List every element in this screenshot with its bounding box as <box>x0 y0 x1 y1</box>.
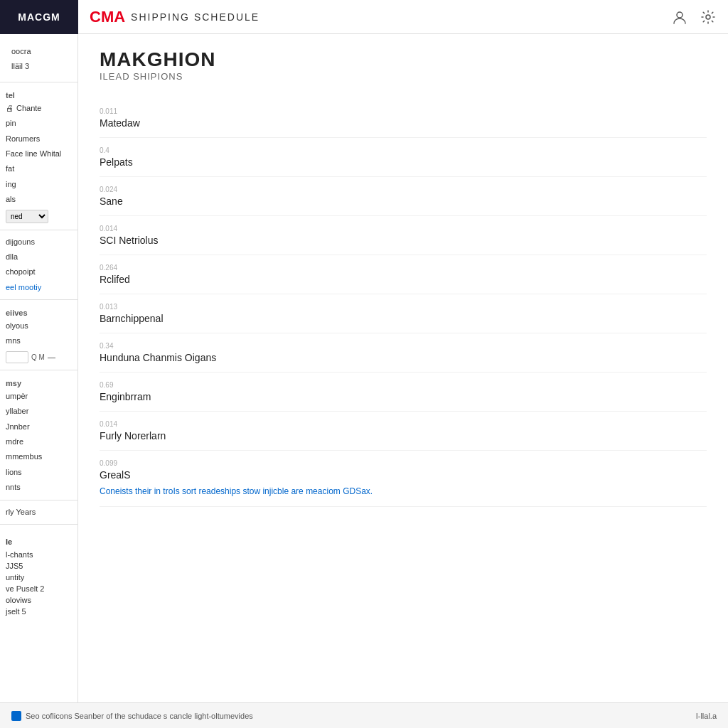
schedule-item-code-4: 0.264 <box>100 264 707 272</box>
schedule-item-name-3: SCI Netriolus <box>100 235 707 246</box>
sidebar-dijgouns[interactable]: dijgouns <box>0 235 77 250</box>
header-icons <box>671 9 717 26</box>
footer-icon <box>11 711 21 721</box>
schedule-item-name-2: Sane <box>100 196 707 207</box>
sidebar-mns[interactable]: mns <box>0 333 77 348</box>
schedule-item-1: 0.4 Pelpats <box>100 138 707 177</box>
sidebar: oocra lläil 3 tel 🖨 Chante pin Rorumers … <box>0 34 78 702</box>
sidebar-llaeil3[interactable]: lläil 3 <box>6 59 72 74</box>
sidebar-jnnber[interactable]: Jnnber <box>0 419 77 434</box>
schedule-item-3: 0.014 SCI Netriolus <box>100 216 707 255</box>
sidebar-divider-2 <box>0 230 77 230</box>
sidebar-nnts[interactable]: nnts <box>0 480 77 495</box>
schedule-item-name-9: GrealS <box>100 469 707 481</box>
schedule-item-8: 0.014 Furly Norerlarn <box>100 412 707 451</box>
schedule-item-code-6: 0.34 <box>100 342 707 350</box>
svg-point-0 <box>677 12 682 18</box>
sidebar-jjs5[interactable]: JJS5 <box>6 560 72 572</box>
schedule-item-name-6: Hunduna Chanmis Oigans <box>100 352 707 363</box>
schedule-item-code-8: 0.014 <box>100 420 707 428</box>
sidebar-input1[interactable] <box>6 351 28 363</box>
schedule-item-name-7: Enginbrram <box>100 391 707 402</box>
footer-text: Seo coflicons Seanber of the schudace s … <box>26 712 253 720</box>
schedule-item-code-5: 0.013 <box>100 303 707 311</box>
schedule-item-code-7: 0.69 <box>100 381 707 389</box>
schedule-item-code-3: 0.014 <box>100 225 707 232</box>
sidebar-oloviws[interactable]: oloviws <box>6 594 72 606</box>
sidebar-bottom: le l-chants JJS5 untity ve Puselt 2 olov… <box>0 529 77 623</box>
sidebar-divider-3 <box>0 299 77 300</box>
sidebar-top: oocra lläil 3 <box>0 41 77 77</box>
sidebar-chante[interactable]: 🖨 Chante <box>0 101 77 116</box>
brand-cma: CMA <box>90 8 125 26</box>
sidebar-fat[interactable]: fat <box>0 161 77 176</box>
footer-right-text: I-llal.a <box>696 712 717 720</box>
schedule-item-name-8: Furly Norerlarn <box>100 430 707 441</box>
sidebar-ve-puselt2[interactable]: ve Puselt 2 <box>6 583 72 594</box>
sidebar-input-row: Q M — <box>0 349 77 365</box>
schedule-item-7: 0.69 Enginbrram <box>100 373 707 412</box>
schedule-item-2: 0.024 Sane <box>100 177 707 216</box>
settings-icon[interactable] <box>700 9 717 26</box>
sidebar-yllaber[interactable]: yllaber <box>0 404 77 419</box>
schedule-item-code-2: 0.024 <box>100 186 707 193</box>
schedule-item-code-0: 0.011 <box>100 107 707 115</box>
sidebar-section3-title: eiives <box>0 304 77 318</box>
sidebar-bottom-title: le <box>6 535 72 549</box>
logo-area: MACGM <box>0 0 78 34</box>
sidebar-jselt5[interactable]: jselt 5 <box>6 606 72 617</box>
profile-icon[interactable] <box>671 9 688 26</box>
sidebar-divider-4 <box>0 370 77 370</box>
page-subtitle: ILEAD SHIPIONS <box>100 71 707 82</box>
sidebar-divider-1 <box>0 82 77 82</box>
sidebar-als[interactable]: als <box>0 192 77 207</box>
sidebar-oocra[interactable]: oocra <box>6 44 72 59</box>
footer: Seo coflicons Seanber of the schudace s … <box>0 702 728 728</box>
sidebar-section4-title: msy <box>0 375 77 389</box>
sidebar-l-chants[interactable]: l-chants <box>6 549 72 560</box>
schedule-list: 0.011 Matedaw 0.4 Pelpats 0.024 Sane 0.0… <box>100 99 707 507</box>
schedule-item-5: 0.013 Barnchippenal <box>100 294 707 333</box>
content-area: MAKGHION ILEAD SHIPIONS 0.011 Matedaw 0.… <box>78 34 728 702</box>
sidebar-rorumers[interactable]: Rorumers <box>0 132 77 146</box>
sidebar-umpèr[interactable]: umpèr <box>0 389 77 404</box>
sidebar-input-label: Q M <box>31 353 45 361</box>
sidebar-ing[interactable]: ing <box>0 177 77 192</box>
schedule-item-name-1: Pelpats <box>100 156 707 168</box>
schedule-item-name-4: Rclifed <box>100 274 707 285</box>
schedule-item-name-0: Matedaw <box>100 117 707 129</box>
schedule-item-code-9: 0.099 <box>100 459 707 467</box>
sidebar-dlla[interactable]: dlla <box>0 250 77 264</box>
sidebar-olyous[interactable]: olyous <box>0 318 77 333</box>
sidebar-more-icon[interactable]: — <box>48 353 55 361</box>
sidebar-chopoipt[interactable]: chopoipt <box>0 264 77 279</box>
schedule-item-0: 0.011 Matedaw <box>100 99 707 138</box>
sidebar-lions[interactable]: lions <box>0 465 77 480</box>
sidebar-rly-years[interactable]: rly Years <box>0 505 77 520</box>
header: MACGM CMA SHIPPING SCHEDULE <box>0 0 728 34</box>
schedule-item-code-1: 0.4 <box>100 146 707 154</box>
sidebar-divider-6 <box>0 524 77 525</box>
sidebar-mdre[interactable]: mdre <box>0 434 77 449</box>
sidebar-section1-title: tel <box>0 87 77 101</box>
sidebar-chante-label: Chante <box>16 103 41 114</box>
sidebar-dropdown[interactable]: ned <box>6 210 48 223</box>
sidebar-untity[interactable]: untity <box>6 572 72 583</box>
printer-icon: 🖨 <box>6 103 14 114</box>
brand-title: SHIPPING SCHEDULE <box>131 11 259 23</box>
svg-point-1 <box>706 15 710 19</box>
header-brand: CMA SHIPPING SCHEDULE <box>90 8 259 26</box>
schedule-item-name-5: Barnchippenal <box>100 313 707 324</box>
sidebar-dropdown-row: ned <box>0 208 77 225</box>
main-layout: oocra lläil 3 tel 🖨 Chante pin Rorumers … <box>0 34 728 702</box>
sidebar-eel-mootiy[interactable]: eel mootiy <box>0 280 77 295</box>
schedule-item-link-9[interactable]: Coneists their in troIs sort readeships … <box>100 485 707 498</box>
schedule-item-9: 0.099 GrealS Coneists their in troIs sor… <box>100 451 707 507</box>
sidebar-face-line[interactable]: Face line Whital <box>0 146 77 161</box>
sidebar-pin[interactable]: pin <box>0 116 77 131</box>
page-title: MAKGHION <box>100 48 707 71</box>
schedule-item-4: 0.264 Rclifed <box>100 255 707 294</box>
sidebar-mmembus[interactable]: mmembus <box>0 449 77 464</box>
schedule-item-6: 0.34 Hunduna Chanmis Oigans <box>100 333 707 373</box>
logo-text: MACGM <box>18 11 60 23</box>
